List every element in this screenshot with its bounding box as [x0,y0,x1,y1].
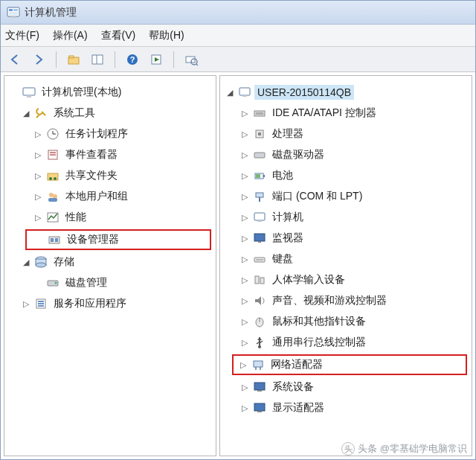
up-button[interactable] [64,50,83,69]
caret-collapsed-icon[interactable]: ▷ [239,130,250,139]
svg-rect-4 [10,16,16,18]
disk-drive-icon [253,148,266,162]
node-cpu[interactable]: ▷ 处理器 [225,124,467,144]
caret: ▷ [9,88,19,98]
caret-collapsed-icon[interactable]: ▷ [239,383,250,392]
node-task-scheduler[interactable]: ▷ 任务计划程序 [9,124,211,144]
node-label: 性能 [62,209,89,226]
watermark-icon: 头 [341,442,355,456]
svg-rect-33 [55,238,58,242]
menu-view[interactable]: 查看(V) [101,29,136,42]
node-display-adapters[interactable]: ▷ 显示适配器 [225,397,467,418]
node-label: IDE ATA/ATAPI 控制器 [269,105,379,121]
show-hide-button[interactable] [88,50,107,69]
svg-rect-3 [9,12,18,15]
svg-rect-40 [38,301,44,302]
caret-collapsed-icon[interactable]: ▷ [239,171,250,181]
svg-text:?: ? [130,55,135,64]
menu-action[interactable]: 操作(A) [53,29,88,42]
node-hid[interactable]: ▷ 人体学输入设备 [225,269,467,290]
svg-rect-48 [258,132,261,135]
caret-collapsed-icon[interactable]: ▷ [239,255,250,264]
svg-marker-68 [257,337,262,340]
caret-collapsed-icon[interactable]: ▷ [238,360,248,370]
caret-collapsed-icon[interactable]: ▷ [33,130,43,139]
forward-button[interactable] [29,50,48,69]
caret-collapsed-icon[interactable]: ▷ [239,275,250,285]
node-label: 系统工具 [51,105,98,121]
caret-expanded-icon[interactable]: ◢ [21,258,31,267]
node-system-devices[interactable]: ▷ 系统设备 [225,377,467,397]
caret-collapsed-icon[interactable]: ▷ [239,192,250,202]
back-button[interactable] [5,50,25,69]
node-label: 存储 [51,254,77,270]
node-monitors[interactable]: ▷ 监视器 [225,228,467,249]
node-label: 磁盘管理 [62,275,110,291]
caret-collapsed-icon[interactable]: ▷ [239,403,250,413]
battery-icon [253,169,266,182]
svg-rect-42 [38,305,44,307]
system-device-icon [253,380,266,394]
svg-rect-6 [69,56,74,58]
caret-collapsed-icon[interactable]: ▷ [239,213,250,223]
svg-marker-63 [255,296,261,305]
caret-expanded-icon[interactable]: ◢ [21,109,31,118]
caret: ▷ [34,235,45,245]
properties-button[interactable] [147,50,166,69]
caret-collapsed-icon[interactable]: ▷ [21,299,31,309]
node-battery[interactable]: ▷ 电池 [225,165,467,186]
right-tree-pane[interactable]: ◢ USER-20150114QB ▷ IDE ATA/ATAPI 控制器 ▷ … [219,75,472,456]
node-disk-management[interactable]: ▷ 磁盘管理 [9,272,211,293]
caret-expanded-icon[interactable]: ◢ [225,88,235,98]
svg-rect-29 [48,198,57,202]
node-system-tools[interactable]: ◢ 系统工具 [9,103,211,124]
caret-collapsed-icon[interactable]: ▷ [33,150,43,160]
svg-point-38 [55,282,57,284]
node-device-manager[interactable]: ▷ 设备管理器 [25,229,211,250]
node-ide[interactable]: ▷ IDE ATA/ATAPI 控制器 [225,103,467,124]
svg-rect-49 [254,153,265,158]
computer-management-icon [22,86,36,99]
device-manager-icon [48,233,61,246]
node-sound[interactable]: ▷ 声音、视频和游戏控制器 [225,290,467,311]
caret-collapsed-icon[interactable]: ▷ [239,338,250,348]
clock-icon [46,127,60,141]
caret-collapsed-icon[interactable]: ▷ [239,150,250,160]
node-usb[interactable]: ▷ 通用串行总线控制器 [225,332,467,353]
caret-collapsed-icon[interactable]: ▷ [33,171,43,181]
left-tree-pane[interactable]: ▷ 计算机管理(本地) ◢ 系统工具 ▷ 任务计划程序 ▷ 事件查看器 [4,75,216,456]
caret-collapsed-icon[interactable]: ▷ [239,234,250,243]
node-disk-drives[interactable]: ▷ 磁盘驱动器 [225,144,467,165]
disk-icon [46,276,60,290]
svg-rect-43 [239,88,250,95]
menu-file[interactable]: 文件(F) [5,29,39,42]
node-mouse[interactable]: ▷ 鼠标和其他指针设备 [225,311,467,332]
node-computer-devices[interactable]: ▷ 计算机 [225,207,467,228]
node-services-apps[interactable]: ▷ 服务和应用程序 [9,293,211,314]
svg-point-26 [54,177,57,180]
node-ports[interactable]: ▷ 端口 (COM 和 LPT) [225,186,467,207]
caret-collapsed-icon[interactable]: ▷ [239,109,250,118]
node-shared-folders[interactable]: ▷ 共享文件夹 [9,165,211,186]
svg-rect-56 [257,220,262,222]
node-computer-management[interactable]: ▷ 计算机管理(本地) [9,82,211,103]
menu-help[interactable]: 帮助(H) [149,29,184,42]
node-network-adapters[interactable]: ▷ 网络适配器 [232,354,467,375]
caret-collapsed-icon[interactable]: ▷ [33,213,43,223]
node-label: 计算机 [269,209,306,226]
svg-rect-17 [27,95,31,98]
caret-collapsed-icon[interactable]: ▷ [33,192,43,202]
refresh-scan-button[interactable] [181,50,201,69]
node-label: 声音、视频和游戏控制器 [269,293,390,309]
caret-collapsed-icon[interactable]: ▷ [239,296,250,306]
node-storage[interactable]: ◢ 存储 [9,252,211,272]
node-label: USER-20150114QB [254,85,354,100]
node-keyboards[interactable]: ▷ 键盘 [225,249,467,269]
node-performance[interactable]: ▷ 性能 [9,207,211,228]
help-button[interactable]: ? [123,50,142,69]
caret-collapsed-icon[interactable]: ▷ [239,317,250,327]
node-local-users[interactable]: ▷ 本地用户和组 [9,186,211,207]
node-event-viewer[interactable]: ▷ 事件查看器 [9,144,211,165]
pc-icon [253,211,266,224]
node-computer-root[interactable]: ◢ USER-20150114QB [225,82,467,103]
